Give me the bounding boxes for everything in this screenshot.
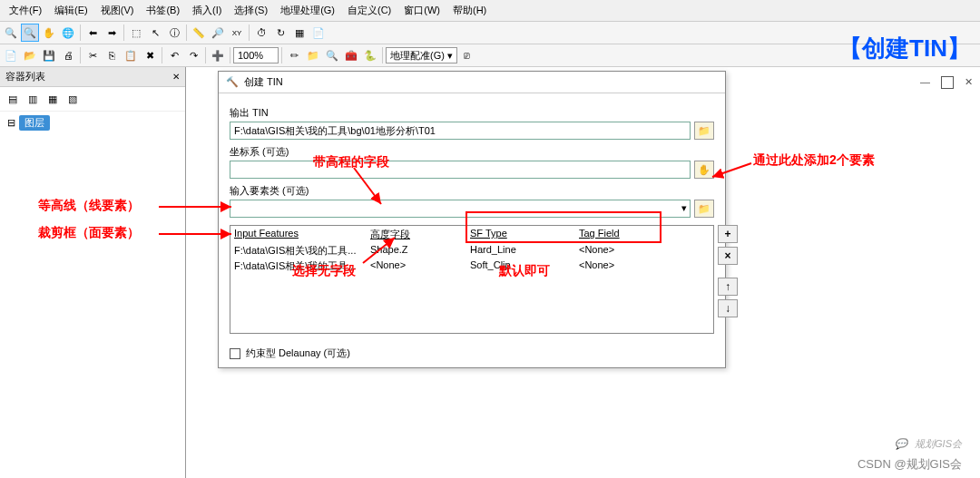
prev-extent-icon[interactable]: ⬅ [83, 24, 102, 42]
redo-icon[interactable]: ↷ [184, 46, 202, 64]
arrow-clip [159, 229, 240, 239]
output-browse-button[interactable]: 📁 [694, 122, 714, 140]
georef-dropdown[interactable]: 地理配准(G) ▾ [386, 47, 457, 63]
georef-tool-icon[interactable]: ⎚ [458, 46, 476, 64]
toc-panel: 容器列表 ✕ ▤ ▥ ▦ ▧ ⊟ 图层 [0, 67, 186, 478]
toc-pin-icon[interactable]: ✕ [172, 72, 180, 82]
menu-select[interactable]: 选择(S) [229, 2, 273, 19]
menu-help[interactable]: 帮助(H) [447, 2, 492, 19]
anno-clip: 裁剪框（面要素） [38, 225, 140, 241]
new-icon[interactable]: 📄 [2, 46, 20, 64]
dialog-titlebar: 🔨 创建 TIN [219, 72, 725, 93]
input-browse-button[interactable]: 📁 [694, 200, 714, 218]
toc-root-node[interactable]: ⊟ 图层 [0, 112, 185, 134]
xy-icon[interactable]: XY [228, 24, 246, 42]
search-icon[interactable]: 🔍 [323, 46, 341, 64]
zoom-combo[interactable]: 100% [233, 47, 279, 63]
find-icon[interactable]: 🔎 [209, 24, 227, 42]
col-input-features: Input Features [234, 228, 370, 241]
minus-icon: ⊟ [7, 117, 15, 129]
table-row[interactable]: F:\data\GIS相关\我的工具... Shape.Z Hard_Line … [230, 243, 713, 259]
open-icon[interactable]: 📂 [21, 46, 39, 64]
remove-row-button[interactable]: × [718, 247, 738, 265]
python-icon[interactable]: 🐍 [361, 46, 379, 64]
hammer-icon: 🔨 [226, 76, 239, 88]
menu-edit[interactable]: 编辑(E) [49, 2, 93, 19]
csdn-credit: CSDN @规划GIS会 [858, 456, 962, 473]
save-icon[interactable]: 💾 [40, 46, 58, 64]
toc-list-vis-icon[interactable]: ▦ [44, 90, 62, 108]
menu-insert[interactable]: 插入(I) [187, 2, 227, 19]
create-tin-dialog: 🔨 创建 TIN 输出 TIN 📁 坐标系 (可选) ✋ 输入要素类 (可选) … [218, 71, 726, 368]
input-features-combo[interactable] [230, 200, 691, 218]
svg-line-4 [712, 163, 751, 177]
add-row-button[interactable]: + [718, 225, 738, 243]
feature-table[interactable]: Input Features 高度字段 SF Type Tag Field F:… [230, 225, 714, 334]
measure-icon[interactable]: 📏 [190, 24, 208, 42]
zoom-out-icon[interactable]: 🔍 [21, 24, 39, 42]
toc-list-sel-icon[interactable]: ▧ [64, 90, 82, 108]
watermark: 💬 规划GIS会 [895, 437, 962, 451]
delaunay-checkbox[interactable] [230, 348, 240, 359]
menu-bar: 文件(F) 编辑(E) 视图(V) 书签(B) 插入(I) 选择(S) 地理处理… [0, 0, 980, 22]
toolbar-2: 📄 📂 💾 🖨 ✂ ⎘ 📋 ✖ ↶ ↷ ➕ 100% ✏ 📁 🔍 🧰 🐍 地理配… [0, 44, 980, 67]
editor-icon[interactable]: ✏ [285, 46, 303, 64]
layer-label: 图层 [19, 115, 50, 131]
anno-add-feat: 通过此处添加2个要素 [753, 152, 875, 169]
select-icon[interactable]: ⬚ [127, 24, 145, 42]
menu-geoprocess[interactable]: 地理处理(G) [275, 2, 340, 19]
close-icon[interactable]: ✕ [965, 76, 973, 89]
full-extent-icon[interactable]: 🌐 [59, 24, 77, 42]
menu-custom[interactable]: 自定义(C) [342, 2, 397, 19]
maximize-icon[interactable] [941, 76, 954, 89]
dropdown-icon[interactable]: ▾ [681, 202, 687, 214]
cs-label: 坐标系 (可选) [230, 145, 714, 159]
output-tin-input[interactable] [230, 122, 691, 140]
dialog-window-buttons: — ✕ [920, 76, 973, 89]
dialog-title-text: 创建 TIN [244, 75, 283, 89]
toc-list-source-icon[interactable]: ▥ [24, 90, 42, 108]
minimize-icon[interactable]: — [920, 76, 930, 89]
delete-icon[interactable]: ✖ [141, 46, 159, 64]
arrow-addfeat [710, 159, 756, 181]
wechat-icon: 💬 [895, 438, 907, 450]
anno-contour: 等高线（线要素） [38, 198, 140, 214]
feature-table-header: Input Features 高度字段 SF Type Tag Field [230, 226, 713, 243]
banner-title: 【创建TIN】 [838, 33, 971, 64]
menu-view[interactable]: 视图(V) [95, 2, 140, 19]
refresh-icon[interactable]: ↻ [271, 24, 289, 42]
move-down-button[interactable]: ↓ [718, 299, 738, 317]
identify-icon[interactable]: ⓘ [165, 24, 183, 42]
menu-window[interactable]: 窗口(W) [398, 2, 446, 19]
arrow-elev [345, 168, 399, 213]
delaunay-label: 约束型 Delaunay (可选) [246, 346, 350, 360]
catalog-icon[interactable]: 📁 [304, 46, 322, 64]
svg-line-3 [363, 238, 395, 263]
menu-file[interactable]: 文件(F) [4, 2, 47, 19]
toc-list-draw-icon[interactable]: ▤ [4, 90, 22, 108]
move-up-button[interactable]: ↑ [718, 278, 738, 296]
zoom-in-icon[interactable]: 🔍 [2, 24, 20, 42]
html-icon[interactable]: 📄 [309, 24, 328, 42]
table-icon[interactable]: ▦ [290, 24, 309, 42]
arrow-contour [159, 201, 240, 212]
paste-icon[interactable]: 📋 [122, 46, 140, 64]
toc-title-bar: 容器列表 ✕ [0, 67, 185, 87]
print-icon[interactable]: 🖨 [59, 46, 77, 64]
toc-title-text: 容器列表 [5, 70, 45, 83]
next-extent-icon[interactable]: ➡ [103, 24, 121, 42]
cs-input[interactable] [230, 161, 691, 179]
add-data-icon[interactable]: ➕ [209, 46, 227, 64]
col-tag-field: Tag Field [579, 228, 642, 241]
arrow-nofield [363, 236, 408, 268]
pan-icon[interactable]: ✋ [40, 24, 58, 42]
menu-bookmark[interactable]: 书签(B) [141, 2, 185, 19]
pointer-icon[interactable]: ↖ [146, 24, 164, 42]
delaunay-row[interactable]: 约束型 Delaunay (可选) [230, 346, 714, 360]
anno-default-ok: 默认即可 [499, 263, 550, 279]
cut-icon[interactable]: ✂ [83, 46, 102, 64]
undo-icon[interactable]: ↶ [165, 46, 183, 64]
time-icon[interactable]: ⏱ [252, 24, 270, 42]
copy-icon[interactable]: ⎘ [103, 46, 121, 64]
toolbox-icon[interactable]: 🧰 [342, 46, 360, 64]
